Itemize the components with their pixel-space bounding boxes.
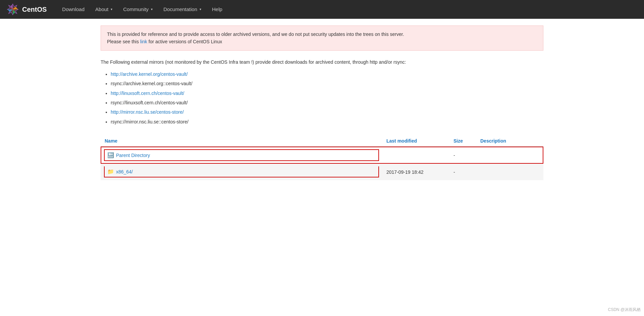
- mirror-text-3: rsync://linuxsoft.cern.ch/centos-vault/: [111, 100, 188, 105]
- table-cell-desc-0: [476, 147, 543, 164]
- table-row: 🔙 Parent Directory -: [101, 147, 543, 164]
- alert-text-line2-prefix: Please see this: [107, 39, 140, 44]
- mirror-link-0[interactable]: http://archive.kernel.org/centos-vault/: [111, 71, 188, 77]
- nav-item-about[interactable]: About ▾: [90, 0, 118, 19]
- nav-link-documentation[interactable]: Documentation ▾: [158, 0, 207, 19]
- nav-item-download[interactable]: Download: [57, 0, 90, 19]
- mirror-item-5: rsync://mirror.nsc.liu.se::centos-store/: [111, 118, 543, 125]
- alert-text-line2-suffix: for active versions of CentOS Linux: [147, 39, 222, 44]
- table-body: 🔙 Parent Directory - 📁 x86_64/ 2017-09-1…: [101, 147, 543, 180]
- nav-link-help[interactable]: Help: [207, 0, 228, 19]
- col-header-size: Size: [449, 136, 476, 147]
- mirror-list: http://archive.kernel.org/centos-vault/ …: [101, 70, 543, 125]
- mirror-item-2: http://linuxsoft.cern.ch/centos-vault/: [111, 90, 543, 97]
- centos-logo-icon: [7, 3, 19, 15]
- col-header-modified: Last modified: [382, 136, 449, 147]
- table-header: Name Last modified Size Description: [101, 136, 543, 147]
- parent-dir-link[interactable]: Parent Directory: [116, 153, 150, 158]
- documentation-dropdown-arrow: ▾: [200, 0, 201, 19]
- mirror-link-4[interactable]: http://mirror.nsc.liu.se/centos-store/: [111, 109, 184, 115]
- nav-link-download[interactable]: Download: [57, 0, 90, 19]
- table-cell-desc-1: [476, 164, 543, 180]
- navbar: CentOS Download About ▾ Community ▾ Docu…: [0, 0, 644, 19]
- main-content: This is provided for reference and to pr…: [87, 19, 557, 194]
- mirror-item-0: http://archive.kernel.org/centos-vault/: [111, 70, 543, 78]
- alert-box: This is provided for reference and to pr…: [101, 25, 543, 51]
- mirror-text-1: rsync://archive.kernel.org::centos-vault…: [111, 81, 193, 86]
- file-table: Name Last modified Size Description 🔙 Pa…: [101, 136, 543, 180]
- community-dropdown-arrow: ▾: [151, 0, 153, 19]
- table-cell-name: 🔙 Parent Directory: [101, 147, 382, 164]
- alert-text-line1: This is provided for reference and to pr…: [107, 32, 404, 37]
- table-cell-name-1: 📁 x86_64/: [101, 164, 382, 180]
- table-cell-size-1: -: [449, 164, 476, 180]
- nav-link-community[interactable]: Community ▾: [118, 0, 158, 19]
- mirror-item-3: rsync://linuxsoft.cern.ch/centos-vault/: [111, 99, 543, 106]
- navbar-brand[interactable]: CentOS: [7, 3, 47, 15]
- mirror-text-5: rsync://mirror.nsc.liu.se::centos-store/: [111, 119, 189, 124]
- mirror-item-1: rsync://archive.kernel.org::centos-vault…: [111, 80, 543, 87]
- mirror-item-4: http://mirror.nsc.liu.se/centos-store/: [111, 108, 543, 116]
- col-header-name: Name: [101, 136, 382, 147]
- alert-link[interactable]: link: [140, 39, 147, 44]
- nav-item-help[interactable]: Help: [207, 0, 228, 19]
- nav-link-about[interactable]: About ▾: [90, 0, 118, 19]
- mirror-link-2[interactable]: http://linuxsoft.cern.ch/centos-vault/: [111, 91, 184, 96]
- navbar-brand-label: CentOS: [22, 6, 47, 13]
- nav-item-documentation[interactable]: Documentation ▾: [158, 0, 207, 19]
- nav-item-community[interactable]: Community ▾: [118, 0, 158, 19]
- about-dropdown-arrow: ▾: [111, 0, 112, 19]
- table-cell-modified-0: [382, 147, 449, 164]
- x86-link[interactable]: x86_64/: [116, 169, 133, 174]
- table-row: 📁 x86_64/ 2017-09-19 18:42 -: [101, 164, 543, 180]
- folder-icon: 📁: [107, 168, 114, 175]
- mirrors-intro: The Following external mirrors (not moni…: [101, 59, 543, 66]
- parent-dir-icon: 🔙: [107, 152, 114, 158]
- navbar-nav: Download About ▾ Community ▾ Documentati…: [57, 0, 228, 19]
- table-cell-size-0: -: [449, 147, 476, 164]
- col-header-description: Description: [476, 136, 543, 147]
- table-cell-modified-1: 2017-09-19 18:42: [382, 164, 449, 180]
